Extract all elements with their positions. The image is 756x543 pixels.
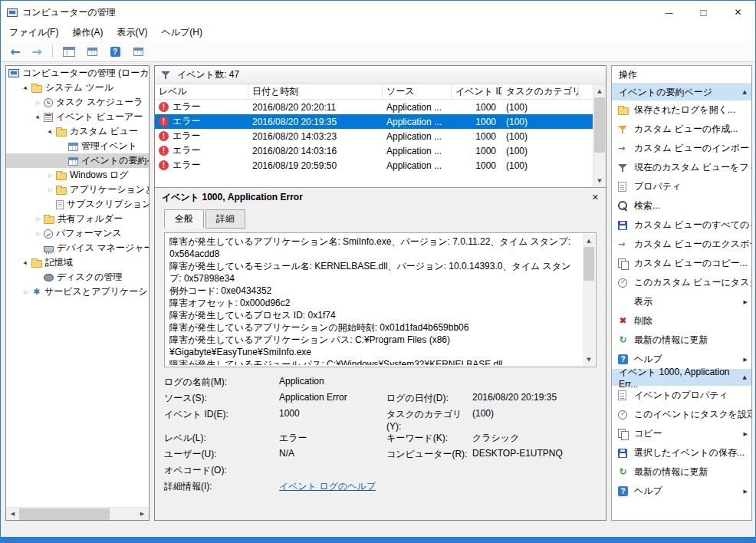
- action-attach-task-to-event[interactable]: このイベントにタスクを設定...: [612, 405, 751, 424]
- event-list-panel: イベント数: 47 レベル 日付と時刻 ソース イベント ID タスクのカテゴリ…: [154, 65, 606, 521]
- column-level[interactable]: レベル: [155, 84, 248, 99]
- tree-item-windows-logs[interactable]: Windows ログ: [6, 168, 149, 183]
- scrollbar-thumb[interactable]: [594, 97, 605, 153]
- event-row-selected[interactable]: エラー 2016/08/20 20:19:35 Application ... …: [155, 114, 606, 129]
- help-toolbar-icon[interactable]: [106, 43, 124, 60]
- tree-item-performance[interactable]: パフォーマンス: [6, 226, 149, 241]
- event-log-help-link[interactable]: イベント ログのヘルプ: [279, 481, 376, 492]
- action-properties[interactable]: プロパティ: [612, 177, 751, 196]
- event-row[interactable]: エラー 2016/08/19 20:59:50 Application ... …: [155, 158, 606, 173]
- menu-action[interactable]: 操作(A): [65, 24, 110, 41]
- tree-item-disk-management[interactable]: ディスクの管理: [6, 270, 149, 285]
- collapse-section-icon[interactable]: [743, 374, 747, 380]
- action-export-custom-view[interactable]: カスタム ビューのエクスポー...: [612, 235, 751, 254]
- tree-item-computer-management[interactable]: コンピューターの管理 (ローカル): [6, 66, 149, 81]
- list-view-icon[interactable]: [83, 43, 101, 60]
- tree-item-subscriptions[interactable]: サブスクリプション: [6, 197, 149, 212]
- show-console-tree-icon[interactable]: [60, 43, 78, 60]
- tree-item-applications-and-services[interactable]: アプリケーションとサービ: [6, 183, 149, 197]
- actions-section-summary-header[interactable]: イベントの要約ページ: [612, 84, 751, 100]
- minimize-icon[interactable]: [652, 1, 686, 24]
- general-description-box[interactable]: 障害が発生しているアプリケーション名: SmiInfo.exe、バージョン: 7…: [164, 232, 597, 367]
- tab-general[interactable]: 全般: [164, 209, 204, 229]
- action-copy-submenu[interactable]: コピー: [612, 424, 751, 443]
- blank-icon: [618, 297, 628, 307]
- expand-icon[interactable]: [33, 226, 44, 241]
- scroll-up-icon[interactable]: [593, 84, 606, 97]
- content-area: コンピューターの管理 (ローカル) システム ツール タスク スケジューラ イベ…: [1, 62, 755, 537]
- custom-view-icon: [68, 157, 78, 166]
- tree-item-event-viewer[interactable]: イベント ビューアー: [6, 110, 149, 124]
- description-line: 障害が発生しているプロセス ID: 0x1f74: [169, 309, 580, 321]
- scrollbar-thumb[interactable]: [583, 247, 594, 281]
- action-create-custom-view[interactable]: カスタム ビューの作成...: [612, 120, 751, 139]
- column-datetime[interactable]: 日付と時刻: [248, 84, 383, 99]
- event-row[interactable]: エラー 2016/08/20 14:03:16 Application ... …: [155, 143, 606, 158]
- close-icon[interactable]: [721, 1, 755, 24]
- tree-item-storage[interactable]: 記憶域: [6, 255, 149, 270]
- action-find[interactable]: 検索...: [612, 196, 751, 216]
- collapse-icon[interactable]: [45, 124, 56, 139]
- tree-item-device-manager[interactable]: デバイス マネージャー: [6, 241, 149, 255]
- description-scrollbar[interactable]: [583, 234, 595, 366]
- action-copy-custom-view[interactable]: カスタム ビューのコピー...: [612, 254, 751, 273]
- action-help-submenu[interactable]: ヘルプ: [612, 350, 751, 369]
- action-help-event-submenu[interactable]: ヘルプ: [612, 482, 751, 501]
- tree-item-task-scheduler[interactable]: タスク スケジューラ: [6, 95, 149, 110]
- collapse-icon[interactable]: [21, 255, 31, 270]
- tree-item-shared-folders[interactable]: 共有フォルダー: [6, 212, 149, 226]
- collapse-section-icon[interactable]: [743, 89, 747, 95]
- expand-icon[interactable]: [33, 212, 44, 226]
- column-source[interactable]: ソース: [383, 84, 452, 99]
- action-filter-current-custom-view[interactable]: 現在のカスタム ビューをフィ...: [612, 158, 751, 177]
- scroll-left-icon[interactable]: [6, 508, 19, 521]
- preview-pane: イベント 1000, Application Error 全般 詳細 障害が発生…: [155, 187, 606, 520]
- expand-icon[interactable]: [33, 95, 44, 110]
- event-row[interactable]: エラー 2016/08/20 20:20:11 Application ... …: [155, 100, 606, 114]
- tree-horizontal-scrollbar[interactable]: [6, 507, 149, 520]
- column-event-id[interactable]: イベント ID: [452, 84, 502, 99]
- action-refresh[interactable]: 最新の情報に更新: [612, 331, 751, 350]
- menu-help[interactable]: ヘルプ(H): [154, 24, 209, 41]
- menu-view[interactable]: 表示(V): [110, 24, 154, 41]
- tree-item-custom-views[interactable]: カスタム ビュー: [6, 124, 149, 139]
- actions-section-event-header[interactable]: イベント 1000, Application Err...: [612, 369, 751, 386]
- expand-icon[interactable]: [21, 285, 31, 299]
- scrollbar-thumb[interactable]: [19, 508, 110, 520]
- tab-details[interactable]: 詳細: [205, 209, 245, 229]
- menu-file[interactable]: ファイル(F): [2, 24, 65, 41]
- action-attach-task-to-custom-view[interactable]: このカスタム ビューにタスク...: [612, 273, 751, 292]
- collapse-icon[interactable]: [21, 81, 31, 95]
- preview-close-icon[interactable]: [592, 193, 599, 202]
- maximize-icon[interactable]: [686, 1, 721, 24]
- tree-item-system-tools[interactable]: システム ツール: [6, 81, 149, 95]
- expand-icon[interactable]: [45, 183, 56, 197]
- action-open-saved-log[interactable]: 保存されたログを開く...: [612, 100, 751, 120]
- action-save-all-events[interactable]: カスタム ビューのすべてのイ...: [612, 216, 751, 235]
- scroll-down-icon[interactable]: [583, 353, 595, 366]
- action-refresh-event[interactable]: 最新の情報に更新: [612, 462, 751, 482]
- back-icon[interactable]: ←: [7, 44, 24, 59]
- event-row[interactable]: エラー 2016/08/20 14:03:23 Application ... …: [155, 129, 606, 143]
- tree-item-event-summary-page[interactable]: イベントの要約ペー: [6, 153, 149, 168]
- event-table-scrollbar[interactable]: [593, 84, 606, 187]
- tree-item-administrative-events[interactable]: 管理イベント: [6, 139, 149, 153]
- forward-icon[interactable]: →: [28, 44, 45, 59]
- preview-header: イベント 1000, Application Error: [155, 188, 606, 206]
- performance-icon: [44, 229, 53, 239]
- scroll-right-icon[interactable]: [136, 508, 149, 521]
- expand-icon[interactable]: [45, 168, 56, 183]
- collapse-icon[interactable]: [33, 110, 44, 124]
- action-delete[interactable]: 削除: [612, 311, 751, 331]
- action-save-selected-events[interactable]: 選択したイベントの保存...: [612, 443, 751, 462]
- scroll-up-icon[interactable]: [583, 234, 595, 247]
- column-task-category[interactable]: タスクのカテゴリ: [502, 84, 579, 99]
- action-event-properties[interactable]: イベントのプロパティ: [612, 386, 751, 405]
- cell-source: Application ...: [383, 158, 452, 173]
- action-import-custom-view[interactable]: カスタム ビューのインポート...: [612, 139, 751, 158]
- show-action-pane-icon[interactable]: [129, 43, 147, 60]
- tree-item-services-and-applications[interactable]: サービスとアプリケーション: [6, 285, 149, 299]
- scroll-down-icon[interactable]: [593, 174, 606, 187]
- action-view-submenu[interactable]: 表示: [612, 292, 751, 311]
- console-window-icon: [63, 47, 75, 57]
